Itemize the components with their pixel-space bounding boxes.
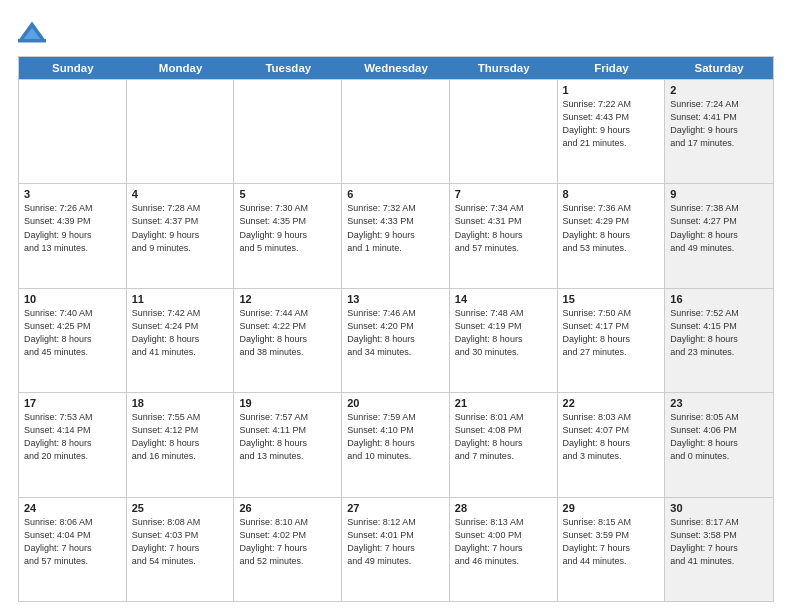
header-wednesday: Wednesday <box>342 57 450 79</box>
day-info: Sunrise: 7:30 AM Sunset: 4:35 PM Dayligh… <box>239 202 336 254</box>
day-info: Sunrise: 7:44 AM Sunset: 4:22 PM Dayligh… <box>239 307 336 359</box>
cal-cell-2-5: 15Sunrise: 7:50 AM Sunset: 4:17 PM Dayli… <box>558 289 666 392</box>
day-number: 25 <box>132 502 229 514</box>
day-info: Sunrise: 8:03 AM Sunset: 4:07 PM Dayligh… <box>563 411 660 463</box>
day-info: Sunrise: 7:50 AM Sunset: 4:17 PM Dayligh… <box>563 307 660 359</box>
day-info: Sunrise: 7:53 AM Sunset: 4:14 PM Dayligh… <box>24 411 121 463</box>
cal-cell-2-3: 13Sunrise: 7:46 AM Sunset: 4:20 PM Dayli… <box>342 289 450 392</box>
cal-cell-4-2: 26Sunrise: 8:10 AM Sunset: 4:02 PM Dayli… <box>234 498 342 601</box>
day-number: 1 <box>563 84 660 96</box>
header-tuesday: Tuesday <box>234 57 342 79</box>
header-saturday: Saturday <box>665 57 773 79</box>
day-number: 5 <box>239 188 336 200</box>
day-number: 27 <box>347 502 444 514</box>
svg-rect-2 <box>18 39 46 43</box>
day-number: 13 <box>347 293 444 305</box>
cal-cell-3-5: 22Sunrise: 8:03 AM Sunset: 4:07 PM Dayli… <box>558 393 666 496</box>
day-info: Sunrise: 8:08 AM Sunset: 4:03 PM Dayligh… <box>132 516 229 568</box>
day-info: Sunrise: 7:52 AM Sunset: 4:15 PM Dayligh… <box>670 307 768 359</box>
header-friday: Friday <box>558 57 666 79</box>
cal-cell-3-2: 19Sunrise: 7:57 AM Sunset: 4:11 PM Dayli… <box>234 393 342 496</box>
cal-cell-2-0: 10Sunrise: 7:40 AM Sunset: 4:25 PM Dayli… <box>19 289 127 392</box>
week-row-4: 17Sunrise: 7:53 AM Sunset: 4:14 PM Dayli… <box>19 392 773 496</box>
header-monday: Monday <box>127 57 235 79</box>
cal-cell-1-4: 7Sunrise: 7:34 AM Sunset: 4:31 PM Daylig… <box>450 184 558 287</box>
day-number: 14 <box>455 293 552 305</box>
day-info: Sunrise: 7:55 AM Sunset: 4:12 PM Dayligh… <box>132 411 229 463</box>
cal-cell-0-2 <box>234 80 342 183</box>
week-row-3: 10Sunrise: 7:40 AM Sunset: 4:25 PM Dayli… <box>19 288 773 392</box>
cal-cell-4-1: 25Sunrise: 8:08 AM Sunset: 4:03 PM Dayli… <box>127 498 235 601</box>
day-info: Sunrise: 8:12 AM Sunset: 4:01 PM Dayligh… <box>347 516 444 568</box>
day-info: Sunrise: 8:01 AM Sunset: 4:08 PM Dayligh… <box>455 411 552 463</box>
cal-cell-1-0: 3Sunrise: 7:26 AM Sunset: 4:39 PM Daylig… <box>19 184 127 287</box>
calendar: Sunday Monday Tuesday Wednesday Thursday… <box>18 56 774 602</box>
cal-cell-2-2: 12Sunrise: 7:44 AM Sunset: 4:22 PM Dayli… <box>234 289 342 392</box>
week-row-1: 1Sunrise: 7:22 AM Sunset: 4:43 PM Daylig… <box>19 79 773 183</box>
day-number: 21 <box>455 397 552 409</box>
cal-cell-1-6: 9Sunrise: 7:38 AM Sunset: 4:27 PM Daylig… <box>665 184 773 287</box>
cal-cell-0-5: 1Sunrise: 7:22 AM Sunset: 4:43 PM Daylig… <box>558 80 666 183</box>
logo <box>18 18 50 46</box>
day-number: 10 <box>24 293 121 305</box>
cal-cell-0-1 <box>127 80 235 183</box>
cal-cell-4-0: 24Sunrise: 8:06 AM Sunset: 4:04 PM Dayli… <box>19 498 127 601</box>
day-info: Sunrise: 8:05 AM Sunset: 4:06 PM Dayligh… <box>670 411 768 463</box>
day-number: 9 <box>670 188 768 200</box>
day-number: 18 <box>132 397 229 409</box>
day-number: 6 <box>347 188 444 200</box>
cal-cell-4-4: 28Sunrise: 8:13 AM Sunset: 4:00 PM Dayli… <box>450 498 558 601</box>
day-number: 7 <box>455 188 552 200</box>
day-number: 12 <box>239 293 336 305</box>
day-info: Sunrise: 8:10 AM Sunset: 4:02 PM Dayligh… <box>239 516 336 568</box>
day-info: Sunrise: 7:42 AM Sunset: 4:24 PM Dayligh… <box>132 307 229 359</box>
day-info: Sunrise: 8:15 AM Sunset: 3:59 PM Dayligh… <box>563 516 660 568</box>
day-number: 2 <box>670 84 768 96</box>
day-number: 30 <box>670 502 768 514</box>
day-number: 16 <box>670 293 768 305</box>
header-sunday: Sunday <box>19 57 127 79</box>
day-number: 29 <box>563 502 660 514</box>
cal-cell-1-2: 5Sunrise: 7:30 AM Sunset: 4:35 PM Daylig… <box>234 184 342 287</box>
cal-cell-0-3 <box>342 80 450 183</box>
cal-cell-2-1: 11Sunrise: 7:42 AM Sunset: 4:24 PM Dayli… <box>127 289 235 392</box>
day-info: Sunrise: 8:17 AM Sunset: 3:58 PM Dayligh… <box>670 516 768 568</box>
week-row-5: 24Sunrise: 8:06 AM Sunset: 4:04 PM Dayli… <box>19 497 773 601</box>
day-number: 15 <box>563 293 660 305</box>
cal-cell-1-3: 6Sunrise: 7:32 AM Sunset: 4:33 PM Daylig… <box>342 184 450 287</box>
day-info: Sunrise: 7:32 AM Sunset: 4:33 PM Dayligh… <box>347 202 444 254</box>
day-number: 20 <box>347 397 444 409</box>
cal-cell-1-5: 8Sunrise: 7:36 AM Sunset: 4:29 PM Daylig… <box>558 184 666 287</box>
cal-cell-2-6: 16Sunrise: 7:52 AM Sunset: 4:15 PM Dayli… <box>665 289 773 392</box>
day-info: Sunrise: 7:28 AM Sunset: 4:37 PM Dayligh… <box>132 202 229 254</box>
cal-cell-3-4: 21Sunrise: 8:01 AM Sunset: 4:08 PM Dayli… <box>450 393 558 496</box>
cal-cell-2-4: 14Sunrise: 7:48 AM Sunset: 4:19 PM Dayli… <box>450 289 558 392</box>
day-number: 8 <box>563 188 660 200</box>
day-info: Sunrise: 7:46 AM Sunset: 4:20 PM Dayligh… <box>347 307 444 359</box>
cal-cell-3-3: 20Sunrise: 7:59 AM Sunset: 4:10 PM Dayli… <box>342 393 450 496</box>
day-info: Sunrise: 7:26 AM Sunset: 4:39 PM Dayligh… <box>24 202 121 254</box>
day-info: Sunrise: 7:40 AM Sunset: 4:25 PM Dayligh… <box>24 307 121 359</box>
header <box>18 18 774 46</box>
week-row-2: 3Sunrise: 7:26 AM Sunset: 4:39 PM Daylig… <box>19 183 773 287</box>
cal-cell-4-3: 27Sunrise: 8:12 AM Sunset: 4:01 PM Dayli… <box>342 498 450 601</box>
cal-cell-0-6: 2Sunrise: 7:24 AM Sunset: 4:41 PM Daylig… <box>665 80 773 183</box>
cal-cell-3-6: 23Sunrise: 8:05 AM Sunset: 4:06 PM Dayli… <box>665 393 773 496</box>
cal-cell-1-1: 4Sunrise: 7:28 AM Sunset: 4:37 PM Daylig… <box>127 184 235 287</box>
day-info: Sunrise: 7:38 AM Sunset: 4:27 PM Dayligh… <box>670 202 768 254</box>
day-info: Sunrise: 7:48 AM Sunset: 4:19 PM Dayligh… <box>455 307 552 359</box>
day-number: 28 <box>455 502 552 514</box>
day-info: Sunrise: 7:36 AM Sunset: 4:29 PM Dayligh… <box>563 202 660 254</box>
day-number: 4 <box>132 188 229 200</box>
day-info: Sunrise: 7:24 AM Sunset: 4:41 PM Dayligh… <box>670 98 768 150</box>
header-thursday: Thursday <box>450 57 558 79</box>
day-number: 24 <box>24 502 121 514</box>
day-number: 26 <box>239 502 336 514</box>
cal-cell-3-1: 18Sunrise: 7:55 AM Sunset: 4:12 PM Dayli… <box>127 393 235 496</box>
day-info: Sunrise: 8:13 AM Sunset: 4:00 PM Dayligh… <box>455 516 552 568</box>
day-number: 17 <box>24 397 121 409</box>
page: Sunday Monday Tuesday Wednesday Thursday… <box>0 0 792 612</box>
day-number: 22 <box>563 397 660 409</box>
cal-cell-4-5: 29Sunrise: 8:15 AM Sunset: 3:59 PM Dayli… <box>558 498 666 601</box>
day-number: 3 <box>24 188 121 200</box>
